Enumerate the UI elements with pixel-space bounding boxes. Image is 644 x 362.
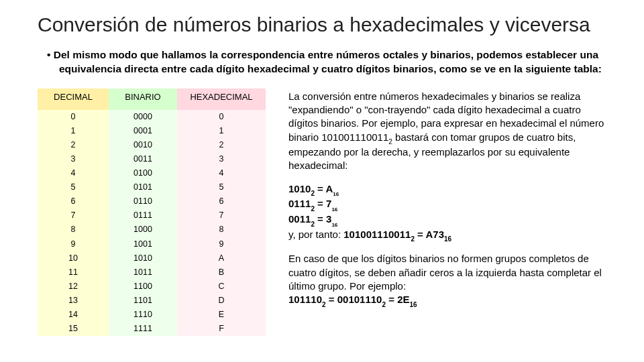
p1-sub: 2	[388, 138, 392, 145]
cell-decimal: 9	[38, 237, 109, 251]
cell-hexadecimal: 4	[177, 166, 266, 180]
cell-decimal: 13	[38, 294, 109, 308]
cell-hexadecimal: 6	[177, 194, 266, 208]
eq2-a-sub: 2	[322, 301, 326, 308]
table-row: 100011	[38, 124, 266, 138]
eq1-c-eq: = 3	[315, 213, 331, 225]
cell-decimal: 11	[38, 265, 109, 280]
eq2-c: = 2E	[386, 294, 409, 305]
cell-decimal: 10	[38, 251, 109, 265]
table-row: 141110E	[38, 308, 266, 322]
cell-hexadecimal: B	[177, 265, 266, 280]
eq2-a: 101110	[288, 294, 322, 305]
eq1-b-rsub: 16	[331, 206, 337, 213]
cell-hexadecimal: 7	[177, 208, 266, 223]
cell-binario: 0111	[109, 208, 177, 223]
cell-decimal: 12	[38, 280, 109, 294]
eq2-c-sub: 16	[409, 301, 417, 308]
cell-decimal: 7	[38, 208, 109, 223]
eq1-d: 101001110011	[343, 229, 411, 240]
table-header-row: DECIMAL BINARIO HEXADECIMAL	[38, 88, 266, 110]
cell-decimal: 14	[38, 308, 109, 322]
cell-binario: 1100	[109, 280, 177, 294]
eq1-d-rsub: 16	[444, 235, 451, 243]
cell-decimal: 6	[38, 194, 109, 208]
col-header-binario: BINARIO	[109, 88, 177, 110]
cell-binario: 0000	[109, 110, 177, 124]
cell-binario: 0001	[109, 124, 177, 138]
eq1-a: 1010	[288, 183, 311, 194]
cell-decimal: 1	[38, 124, 109, 138]
eq1-c: 0011	[288, 213, 311, 225]
eq1-c-sub: 2	[311, 221, 315, 228]
cell-binario: 0110	[109, 194, 177, 208]
cell-binario: 1111	[109, 322, 177, 336]
table-row: 101010A	[38, 251, 266, 265]
table-row: 200102	[38, 138, 266, 152]
cell-decimal: 3	[38, 152, 109, 166]
col-header-hexadecimal: HEXADECIMAL	[177, 88, 266, 110]
cell-binario: 1110	[109, 308, 177, 322]
table-row: 121100C	[38, 280, 266, 294]
conversion-table: DECIMAL BINARIO HEXADECIMAL 000000100011…	[38, 88, 266, 336]
cell-decimal: 2	[38, 138, 109, 152]
eq1-d-sub: 2	[411, 235, 415, 243]
slide: Conversión de números binarios a hexadec…	[0, 0, 644, 362]
cell-hexadecimal: C	[177, 280, 266, 294]
cell-hexadecimal: 8	[177, 223, 266, 237]
conversion-table-wrap: DECIMAL BINARIO HEXADECIMAL 000000100011…	[38, 88, 266, 336]
explanation-paragraph-1: La conversión entre números hexadecimale…	[288, 90, 606, 173]
cell-hexadecimal: A	[177, 251, 266, 265]
cell-binario: 0010	[109, 138, 177, 152]
eq1-a-rsub: 16	[333, 191, 339, 197]
cell-hexadecimal: 2	[177, 138, 266, 152]
cell-decimal: 15	[38, 322, 109, 336]
eq1-a-sub: 2	[311, 190, 315, 197]
col-header-decimal: DECIMAL	[38, 88, 109, 110]
cell-binario: 1010	[109, 251, 177, 265]
explanation-column: La conversión entre números hexadecimale…	[288, 88, 606, 336]
cell-hexadecimal: E	[177, 308, 266, 322]
eq1-b-sub: 2	[311, 205, 315, 213]
cell-hexadecimal: 3	[177, 152, 266, 166]
cell-hexadecimal: 1	[177, 124, 266, 138]
eq1-a-eq: = A	[315, 183, 333, 194]
table-row: 151111F	[38, 322, 266, 336]
cell-decimal: 0	[38, 110, 109, 124]
table-row: 401004	[38, 166, 266, 180]
eq1-d-pre: y, por tanto:	[288, 229, 343, 240]
equations-block-1: 10102 = A16 01112 = 716 00112 = 316 y, p…	[288, 182, 606, 243]
cell-binario: 1101	[109, 294, 177, 308]
eq1-b: 0111	[288, 198, 311, 209]
cell-binario: 0100	[109, 166, 177, 180]
cell-hexadecimal: 0	[177, 110, 266, 124]
cell-binario: 1011	[109, 265, 177, 280]
page-title: Conversión de números binarios a hexadec…	[38, 13, 606, 36]
table-row: 601106	[38, 194, 266, 208]
table-row: 910019	[38, 237, 266, 251]
eq1-c-rsub: 16	[331, 222, 337, 228]
intro-bullet: Del mismo modo que hallamos la correspon…	[38, 48, 606, 76]
eq2-b: = 00101110	[326, 294, 382, 305]
table-row: 111011B	[38, 265, 266, 280]
p2-text: En caso de que los dígitos binarios no f…	[288, 253, 602, 292]
cell-hexadecimal: 9	[177, 237, 266, 251]
eq1-b-eq: = 7	[315, 198, 331, 209]
cell-hexadecimal: F	[177, 322, 266, 336]
explanation-paragraph-2: En caso de que los dígitos binarios no f…	[288, 252, 606, 308]
cell-decimal: 5	[38, 180, 109, 194]
cell-decimal: 8	[38, 223, 109, 237]
cell-hexadecimal: D	[177, 294, 266, 308]
cell-hexadecimal: 5	[177, 180, 266, 194]
eq2-b-sub: 2	[382, 301, 386, 308]
cell-binario: 0011	[109, 152, 177, 166]
table-row: 501015	[38, 180, 266, 194]
table-row: 701117	[38, 208, 266, 223]
cell-binario: 1000	[109, 223, 177, 237]
cell-binario: 0101	[109, 180, 177, 194]
table-row: 300113	[38, 152, 266, 166]
table-row: 000000	[38, 110, 266, 124]
eq1-d-eq: = A73	[415, 229, 444, 240]
content-row: DECIMAL BINARIO HEXADECIMAL 000000100011…	[38, 88, 606, 336]
cell-binario: 1001	[109, 237, 177, 251]
